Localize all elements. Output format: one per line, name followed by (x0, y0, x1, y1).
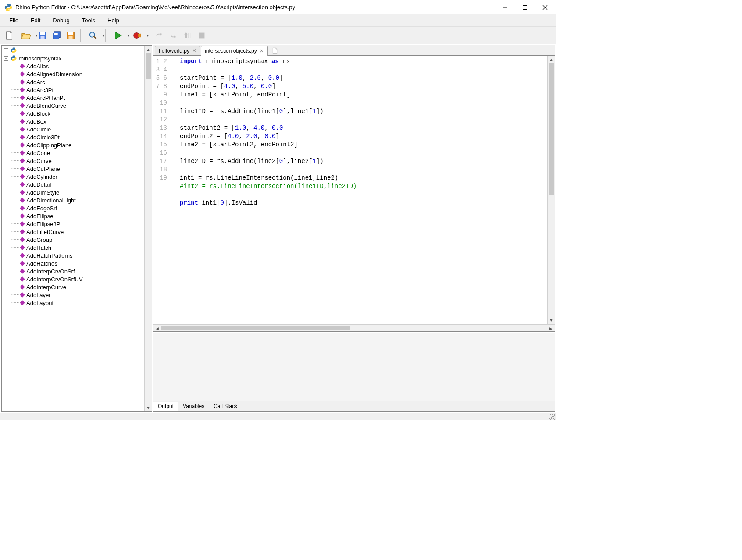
step-into-button[interactable] (168, 29, 180, 42)
editor-scrollbar-h[interactable]: ◀ ▶ (153, 324, 555, 332)
minimize-button[interactable] (495, 1, 515, 14)
tree-method[interactable]: ⋯⋯AddArc (2, 78, 144, 86)
tree-method[interactable]: ⋯⋯AddHatches (2, 259, 144, 267)
tree-method[interactable]: ⋯⋯AddLayer (2, 291, 144, 299)
method-icon (20, 119, 25, 124)
svg-point-19 (12, 56, 13, 56)
python-icon (4, 3, 13, 12)
tree-method[interactable]: ⋯⋯AddCircle3Pt (2, 133, 144, 141)
tree-method[interactable]: ⋯⋯AddInterpCrvOnSrfUV (2, 275, 144, 283)
tree-method[interactable]: ⋯⋯AddCutPlane (2, 165, 144, 173)
menu-tools[interactable]: Tools (77, 15, 100, 25)
svg-point-0 (7, 4, 7, 5)
editor-scrollbar-v[interactable]: ▲ ▼ (547, 56, 555, 324)
step-out-button[interactable] (182, 29, 194, 42)
tree-method[interactable]: ⋯⋯AddDetail (2, 181, 144, 188)
tree-method[interactable]: ⋯⋯AddBlendCurve (2, 102, 144, 110)
tree-method[interactable]: ⋯⋯AddDirectionalLight (2, 196, 144, 204)
expand-icon[interactable]: + (4, 48, 8, 53)
toolbar: ▼ ▼ ▼ ▼ (0, 26, 556, 44)
method-icon (20, 292, 25, 297)
scroll-left-icon[interactable]: ◀ (153, 325, 161, 332)
tree-method[interactable]: ⋯⋯AddBlock (2, 110, 144, 117)
open-file-button[interactable]: ▼ (17, 29, 35, 42)
code-editor[interactable]: 1 2 3 4 5 6 7 8 9 10 11 12 13 14 15 16 1… (153, 56, 555, 324)
tree-method[interactable]: ⋯⋯AddArcPtTanPt (2, 94, 144, 102)
maximize-button[interactable] (515, 1, 535, 14)
statusbar (0, 413, 556, 420)
svg-rect-4 (40, 32, 45, 34)
stop-button[interactable] (196, 29, 208, 42)
editor-tab[interactable]: helloworld.py✕ (155, 46, 200, 55)
tree-method[interactable]: ⋯⋯AddCone (2, 149, 144, 157)
method-icon (20, 261, 25, 266)
scroll-thumb[interactable] (146, 53, 151, 79)
output-panel: OutputVariablesCall Stack (153, 333, 555, 412)
scroll-up-icon[interactable]: ▲ (145, 46, 152, 53)
scroll-thumb[interactable] (549, 63, 554, 195)
collapse-icon[interactable]: − (4, 56, 8, 61)
method-icon (20, 150, 25, 155)
output-body[interactable] (153, 333, 555, 401)
method-icon (20, 158, 25, 163)
output-tab[interactable]: Call Stack (209, 402, 242, 411)
resize-grip[interactable] (549, 414, 555, 420)
tree-node-python[interactable]: + (2, 46, 144, 54)
tree-method[interactable]: ⋯⋯AddBox (2, 117, 144, 125)
close-button[interactable] (535, 1, 555, 14)
tree-method[interactable]: ⋯⋯AddFilletCurve (2, 228, 144, 236)
module-tree[interactable]: + − rhinoscriptsyntax⋯⋯AddAlias⋯⋯AddAlig… (2, 46, 144, 411)
save-all-button[interactable] (50, 29, 63, 42)
tree-method[interactable]: ⋯⋯AddAlignedDimension (2, 70, 144, 78)
new-tab-button[interactable] (270, 46, 280, 55)
save-as-button[interactable] (64, 29, 77, 42)
method-icon (20, 142, 25, 147)
editor-tab[interactable]: intersection objects.py✕ (201, 46, 268, 56)
tree-method[interactable]: ⋯⋯AddArc3Pt (2, 86, 144, 94)
close-icon[interactable]: ✕ (192, 48, 196, 53)
method-icon (20, 237, 25, 242)
close-icon[interactable]: ✕ (260, 48, 264, 54)
step-over-button[interactable] (153, 29, 166, 42)
tree-method[interactable]: ⋯⋯AddCircle (2, 125, 144, 133)
tree-method[interactable]: ⋯⋯AddInterpCrvOnSrf (2, 267, 144, 275)
tree-method[interactable]: ⋯⋯AddLayout (2, 299, 144, 307)
method-icon (20, 229, 25, 234)
method-icon (20, 198, 25, 202)
code-content[interactable]: import rhinoscriptsyntax as rs startPoin… (170, 56, 547, 324)
menu-debug[interactable]: Debug (47, 15, 75, 25)
tree-method[interactable]: ⋯⋯AddGroup (2, 236, 144, 244)
breakpoint-button[interactable]: ▼ (128, 29, 146, 42)
editor-tabs: helloworld.py✕intersection objects.py✕ (153, 45, 555, 56)
tree-method[interactable]: ⋯⋯AddEdgeSrf (2, 204, 144, 212)
tree-method[interactable]: ⋯⋯AddHatch (2, 244, 144, 252)
tree-method[interactable]: ⋯⋯AddInterpCurve (2, 283, 144, 291)
sidebar-scrollbar[interactable]: ▲ ▼ (144, 46, 152, 411)
editor-area: helloworld.py✕intersection objects.py✕ 1… (153, 45, 555, 412)
output-tab[interactable]: Variables (178, 402, 209, 411)
tree-node-rhinoscriptsyntax[interactable]: − rhinoscriptsyntax (2, 54, 144, 62)
tree-method[interactable]: ⋯⋯AddCurve (2, 157, 144, 165)
tree-method[interactable]: ⋯⋯AddCylinder (2, 173, 144, 181)
titlebar: Rhino Python Editor - C:\Users\scottd\Ap… (0, 0, 556, 14)
tree-method[interactable]: ⋯⋯AddHatchPatterns (2, 252, 144, 259)
scroll-down-icon[interactable]: ▼ (145, 404, 152, 411)
menu-edit[interactable]: Edit (25, 15, 46, 25)
scroll-thumb[interactable] (161, 326, 350, 330)
output-tab[interactable]: Output (153, 402, 178, 411)
tree-method[interactable]: ⋯⋯AddDimStyle (2, 188, 144, 196)
scroll-right-icon[interactable]: ▶ (547, 325, 555, 332)
tree-method[interactable]: ⋯⋯AddClippingPlane (2, 141, 144, 149)
svg-point-20 (14, 60, 15, 60)
tree-method[interactable]: ⋯⋯AddAlias (2, 62, 144, 70)
menu-help[interactable]: Help (102, 15, 125, 25)
run-button[interactable]: ▼ (109, 29, 127, 42)
search-button[interactable]: ▼ (84, 29, 102, 42)
new-file-button[interactable] (3, 29, 15, 42)
tree-method[interactable]: ⋯⋯AddEllipse (2, 212, 144, 220)
scroll-down-icon[interactable]: ▼ (548, 316, 555, 324)
scroll-up-icon[interactable]: ▲ (548, 56, 555, 63)
tree-method[interactable]: ⋯⋯AddEllipse3Pt (2, 220, 144, 228)
menu-file[interactable]: File (4, 15, 24, 25)
save-button[interactable] (36, 29, 49, 42)
